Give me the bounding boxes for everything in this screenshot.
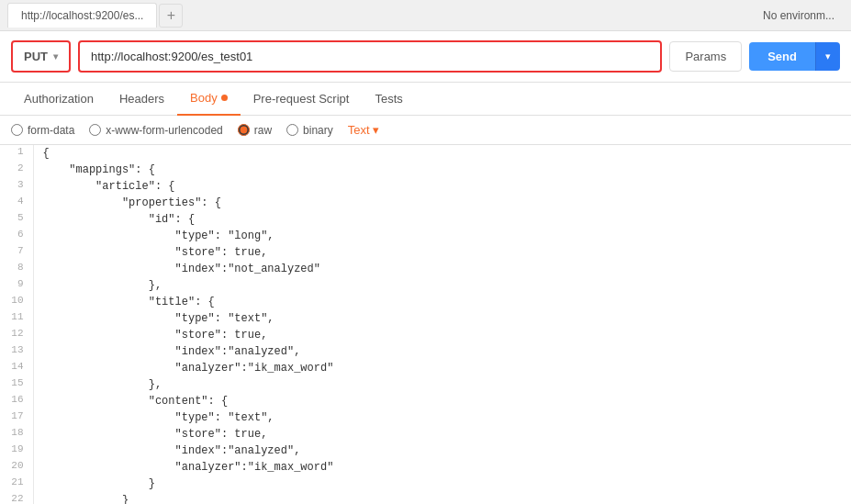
code-line: "index":"analyzed",: [33, 343, 851, 360]
line-number: 13: [0, 343, 33, 360]
subnav-prerequest-label: Pre-request Script: [253, 92, 350, 106]
table-row: 16 "content": {: [0, 393, 851, 409]
params-button[interactable]: Params: [669, 41, 742, 72]
main-toolbar: PUT ▾ Params Send ▾: [0, 31, 851, 83]
line-number: 8: [0, 261, 33, 277]
line-number: 14: [0, 360, 33, 376]
code-line: }: [33, 476, 851, 492]
line-number: 10: [0, 294, 33, 310]
urlencoded-label: x-www-form-urlencoded: [106, 124, 222, 137]
code-line: {: [33, 145, 851, 162]
body-active-dot: [221, 95, 228, 101]
code-line: },: [33, 277, 851, 294]
line-number: 11: [0, 310, 33, 327]
table-row: 6 "type": "long",: [0, 228, 851, 244]
line-number: 3: [0, 178, 33, 195]
table-row: 17 "type": "text",: [0, 409, 851, 426]
table-row: 20 "analyzer":"ik_max_word": [0, 459, 851, 476]
code-line: "store": true,: [33, 244, 851, 261]
table-row: 11 "type": "text",: [0, 310, 851, 327]
url-input[interactable]: [91, 50, 649, 63]
code-line: "type": "text",: [33, 409, 851, 426]
subnav-headers-label: Headers: [119, 92, 164, 106]
line-number: 4: [0, 195, 33, 211]
code-line: "article": {: [33, 178, 851, 195]
binary-label: binary: [303, 124, 333, 137]
method-dropdown[interactable]: PUT ▾: [11, 40, 71, 73]
radio-raw[interactable]: raw: [238, 124, 272, 137]
table-row: 7 "store": true,: [0, 244, 851, 261]
table-row: 2 "mappings": {: [0, 162, 851, 178]
subnav-body-label: Body: [190, 91, 218, 105]
body-options-bar: form-data x-www-form-urlencoded raw bina…: [0, 116, 851, 145]
code-line: "id": {: [33, 211, 851, 228]
code-line: }: [33, 492, 851, 504]
code-line: "type": "text",: [33, 310, 851, 327]
code-editor[interactable]: 1{2 "mappings": {3 "article": {4 "proper…: [0, 145, 851, 504]
table-row: 10 "title": {: [0, 294, 851, 310]
radio-binary[interactable]: binary: [286, 124, 333, 137]
send-button[interactable]: Send: [749, 42, 815, 71]
table-row: 13 "index":"analyzed",: [0, 343, 851, 360]
text-type-label: Text: [348, 123, 370, 137]
code-line: "type": "long",: [33, 228, 851, 244]
code-line: "analyzer":"ik_max_word": [33, 459, 851, 476]
table-row: 5 "id": {: [0, 211, 851, 228]
code-line: "index":"not_analyzed": [33, 261, 851, 277]
line-number: 19: [0, 442, 33, 459]
send-button-group: Send ▾: [749, 42, 840, 71]
table-row: 4 "properties": {: [0, 195, 851, 211]
line-number: 21: [0, 476, 33, 492]
line-number: 9: [0, 277, 33, 294]
line-number: 22: [0, 492, 33, 504]
tab-active[interactable]: http://localhost:9200/es...: [7, 3, 157, 28]
subnav-tests[interactable]: Tests: [362, 83, 415, 116]
radio-urlencoded[interactable]: x-www-form-urlencoded: [89, 124, 222, 137]
line-number: 20: [0, 459, 33, 476]
table-row: 19 "index":"analyzed",: [0, 442, 851, 459]
code-line: "mappings": {: [33, 162, 851, 178]
tab-add-button[interactable]: +: [159, 4, 183, 28]
code-line: "content": {: [33, 393, 851, 409]
line-number: 12: [0, 327, 33, 343]
table-row: 14 "analyzer":"ik_max_word": [0, 360, 851, 376]
code-table: 1{2 "mappings": {3 "article": {4 "proper…: [0, 145, 851, 504]
table-row: 9 },: [0, 277, 851, 294]
code-line: "store": true,: [33, 327, 851, 343]
method-chevron-icon: ▾: [53, 51, 58, 62]
subnav-headers[interactable]: Headers: [106, 83, 177, 116]
table-row: 21 }: [0, 476, 851, 492]
line-number: 1: [0, 145, 33, 162]
code-line: "analyzer":"ik_max_word": [33, 360, 851, 376]
code-line: "properties": {: [33, 195, 851, 211]
code-line: "store": true,: [33, 426, 851, 442]
code-line: "title": {: [33, 294, 851, 310]
env-selector[interactable]: No environm...: [754, 9, 844, 22]
form-data-label: form-data: [28, 124, 74, 137]
text-type-dropdown[interactable]: Text ▾: [348, 123, 379, 137]
tab-bar: http://localhost:9200/es... + No environ…: [0, 0, 851, 31]
table-row: 15 },: [0, 376, 851, 393]
line-number: 7: [0, 244, 33, 261]
code-line: },: [33, 376, 851, 393]
send-dropdown-button[interactable]: ▾: [815, 42, 840, 71]
subnav-authorization-label: Authorization: [24, 92, 94, 106]
table-row: 3 "article": {: [0, 178, 851, 195]
subnav-body[interactable]: Body: [177, 83, 241, 116]
subnav-authorization[interactable]: Authorization: [11, 83, 106, 116]
table-row: 1{: [0, 145, 851, 162]
table-row: 18 "store": true,: [0, 426, 851, 442]
subnav-prerequest[interactable]: Pre-request Script: [241, 83, 363, 116]
line-number: 17: [0, 409, 33, 426]
line-number: 6: [0, 228, 33, 244]
sub-nav: Authorization Headers Body Pre-request S…: [0, 83, 851, 116]
line-number: 2: [0, 162, 33, 178]
radio-form-data[interactable]: form-data: [11, 124, 74, 137]
code-line: "index":"analyzed",: [33, 442, 851, 459]
table-row: 12 "store": true,: [0, 327, 851, 343]
raw-label: raw: [254, 124, 272, 137]
url-input-wrap: [78, 40, 662, 73]
text-type-chevron-icon: ▾: [373, 123, 379, 137]
line-number: 18: [0, 426, 33, 442]
line-number: 16: [0, 393, 33, 409]
